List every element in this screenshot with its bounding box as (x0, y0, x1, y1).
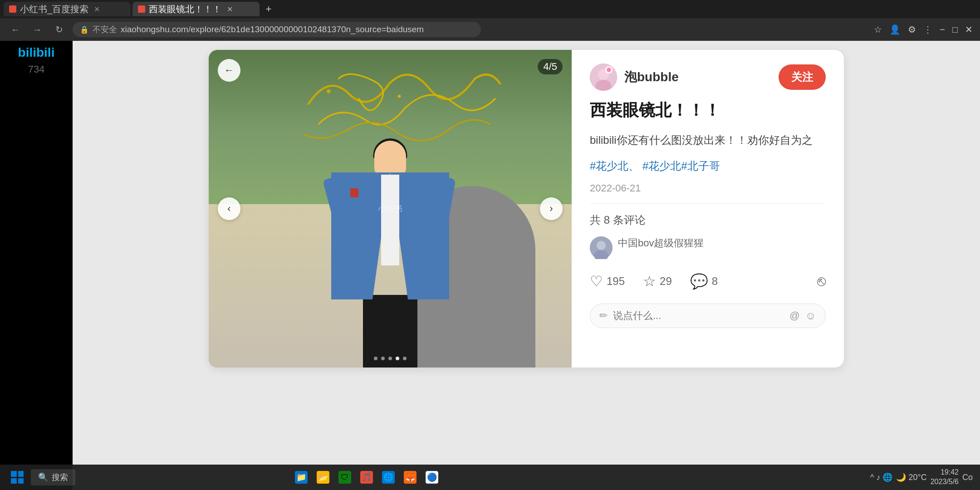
follow-button[interactable]: 关注 (779, 64, 826, 90)
post-date: 2022-06-21 (590, 182, 826, 194)
taskbar-app-firefox[interactable]: 🦊 (400, 467, 420, 487)
forward-nav-button[interactable]: → (29, 21, 45, 38)
comment-input[interactable] (613, 310, 784, 322)
new-tab-button[interactable]: + (261, 2, 276, 16)
extensions-icon[interactable]: ⚙ (908, 24, 916, 35)
photo-watermark: 小红书 (378, 203, 402, 214)
address-bar: ← → ↻ 🔒 不安全 xiaohongshu.com/explore/62b1… (0, 18, 980, 41)
post-body-text: bilibili你还有什么图没放出来！！劝你好自为之 (590, 134, 813, 146)
dot-5[interactable] (403, 357, 407, 360)
url-bar[interactable]: 🔒 不安全 xiaohongshu.com/explore/62b1de1300… (73, 22, 481, 37)
like-action[interactable]: ♡ 195 (590, 273, 625, 290)
comment-avatar (590, 236, 612, 259)
bilibili-logo: bilibili (18, 45, 55, 60)
taskbar-app-chrome[interactable]: 🔵 (422, 467, 442, 487)
tab-xiaohongshu-search[interactable]: 小红书_百度搜索 ✕ (4, 2, 131, 16)
bookmark-icon[interactable]: ☆ (874, 24, 882, 35)
menu-icon[interactable]: ⋮ (923, 24, 932, 35)
image-area: ← 4/5 (209, 50, 572, 368)
comment-item: 中国bov超级假猩猩 (590, 236, 826, 259)
search-icon: 🔍 (38, 472, 48, 482)
security-app-icon: 🛡 (338, 471, 351, 484)
dot-3[interactable] (388, 357, 392, 360)
taskbar-app-music[interactable]: 🎵 (357, 467, 377, 487)
comment-input-area[interactable]: ✏ @ ☺ (590, 304, 826, 328)
dot-4[interactable] (396, 357, 399, 360)
svg-point-6 (607, 68, 611, 72)
share-action[interactable]: ⎋ (817, 273, 826, 289)
explorer-icon: 📂 (317, 471, 329, 484)
divider (590, 203, 826, 204)
image-counter: 4/5 (538, 59, 563, 74)
taskbar-app-edge[interactable]: 🌐 (378, 467, 398, 487)
taskbar-apps: 📁 📂 🛡 🎵 🌐 🦊 🔵 (291, 467, 442, 487)
star-action[interactable]: ☆ 29 (643, 273, 672, 290)
security-label: 不安全 (93, 24, 117, 35)
emoji-button[interactable]: ☺ (805, 309, 816, 322)
taskbar-clock[interactable]: 19:42 2023/5/6 (931, 468, 959, 487)
person-figure (322, 141, 458, 368)
action-bar: ♡ 195 ☆ 29 💬 8 ⎋ (590, 268, 826, 294)
comment-count: 8 (712, 275, 718, 288)
comment-icon: 💬 (690, 273, 708, 290)
taskbar-app-security[interactable]: 🛡 (335, 467, 355, 487)
dot-2[interactable] (381, 357, 385, 360)
next-image-button[interactable]: › (540, 197, 563, 220)
photo-scene: 小红书 (209, 50, 572, 368)
tab-close-2[interactable]: ✕ (227, 5, 233, 14)
tab-post-active[interactable]: 西装眼镜北！！！ ✕ (132, 2, 260, 16)
tab-bar: 小红书_百度搜索 ✕ 西装眼镜北！！！ ✕ + (0, 0, 980, 18)
prev-image-button[interactable]: ‹ (218, 197, 240, 220)
content-panel: 泡bubble 关注 西装眼镜北！！！ bilibili你还有什么图没放出来！！… (572, 50, 844, 368)
user-profile-icon[interactable]: 👤 (889, 24, 901, 35)
back-button[interactable]: ← (218, 59, 240, 82)
left-arrow-icon: ‹ (227, 203, 230, 215)
maximize-icon[interactable]: □ (952, 24, 958, 35)
tab-favicon-2 (138, 5, 145, 13)
music-icon: 🎵 (360, 471, 373, 484)
browser-chrome: 小红书_百度搜索 ✕ 西装眼镜北！！！ ✕ + ← → ↻ 🔒 不安全 xiao… (0, 0, 980, 41)
tab-close-1[interactable]: ✕ (94, 5, 100, 14)
tab-favicon (9, 5, 16, 13)
weather-icon: 🌙 20°C (896, 472, 926, 482)
like-count: 195 (607, 275, 625, 288)
photo-signature (254, 64, 544, 154)
taskbar-app-files[interactable]: 📁 (291, 467, 311, 487)
start-button[interactable] (7, 467, 27, 487)
taskbar-search[interactable]: 🔍 搜索 (31, 469, 75, 485)
browser-actions: ☆ 👤 ⚙ ⋮ − □ ✕ (874, 24, 973, 35)
share-icon: ⎋ (817, 273, 826, 289)
image-dots (374, 357, 407, 360)
files-icon: 📁 (295, 471, 308, 484)
firefox-icon: 🦊 (404, 471, 416, 484)
taskbar-app-explorer[interactable]: 📂 (313, 467, 333, 487)
right-arrow-icon: › (549, 203, 553, 215)
person-pocket-square (350, 188, 358, 197)
page-container: ← 4/5 (73, 41, 980, 490)
reload-button[interactable]: ↻ (51, 21, 67, 38)
back-nav-button[interactable]: ← (7, 21, 24, 38)
tab-label-2: 西装眼镜北！！！ (149, 3, 221, 15)
sidebar-number: 734 (28, 64, 45, 75)
svg-point-0 (327, 89, 331, 93)
author-name: 泡bubble (624, 69, 679, 86)
dot-1[interactable] (374, 357, 377, 360)
url-text: xiaohongshu.com/explore/62b1de1300000000… (121, 24, 424, 34)
comment-action[interactable]: 💬 8 (690, 273, 718, 290)
taskbar-search-label: 搜索 (52, 472, 68, 483)
heart-icon: ♡ (590, 273, 603, 290)
taskbar: 🔍 搜索 📁 📂 🛡 🎵 🌐 🦊 🔵 ^ ♪ 🌐 🌙 20°C 19:42 (0, 465, 980, 490)
main-area: bilibili 734 ← 4/5 (0, 41, 980, 490)
tab-label-1: 小红书_百度搜索 (20, 3, 88, 15)
at-button[interactable]: @ (789, 310, 799, 322)
post-tags[interactable]: #花少北、 #花少北#北子哥 (590, 159, 826, 173)
avatar[interactable] (590, 64, 617, 91)
star-count: 29 (660, 275, 672, 288)
close-icon[interactable]: ✕ (965, 24, 973, 35)
svg-point-1 (398, 95, 401, 98)
comments-count: 共 8 条评论 (590, 213, 826, 227)
edge-icon: 🌐 (382, 471, 395, 484)
pencil-icon: ✏ (599, 310, 608, 322)
security-icon: 🔒 (80, 25, 89, 34)
minimize-icon[interactable]: − (940, 24, 945, 35)
